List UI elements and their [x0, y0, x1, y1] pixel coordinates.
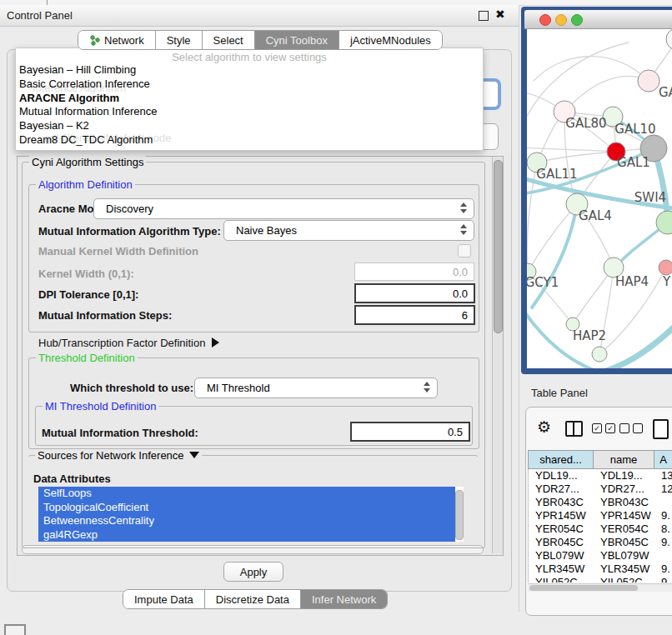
- table-panel-title: Table Panel: [531, 387, 588, 399]
- algorithm-option-mutual-information-inference[interactable]: Mutual Information Inference: [16, 105, 483, 119]
- tab-style[interactable]: Style: [156, 31, 203, 49]
- algorithm-option-bayesian-hill-climbing[interactable]: Bayesian – Hill Climbing: [16, 63, 483, 78]
- table-row[interactable]: YBR043CYBR043C: [529, 496, 672, 509]
- bottom-tab-bar: Impute DataDiscretize DataInfer Network: [123, 589, 388, 609]
- attribute-item-gal4rgexp[interactable]: gal4RGexp: [38, 528, 455, 542]
- tab-label: Cyni Toolbox: [266, 34, 328, 47]
- settings-scrollbar-thumb[interactable]: [494, 160, 503, 333]
- close-icon[interactable]: ✖: [495, 8, 505, 21]
- node-label-gal4: GAL4: [579, 208, 612, 223]
- network-window-titlebar[interactable]: [524, 10, 672, 29]
- attribute-item-selfloops[interactable]: SelfLoops: [38, 487, 455, 501]
- table-cell: YBL079W: [594, 549, 654, 562]
- table-hscroll-thumb[interactable]: [529, 585, 638, 591]
- column-header-name[interactable]: name: [593, 450, 654, 469]
- table-row[interactable]: YBL079WYBL079W: [529, 549, 672, 562]
- document-icon[interactable]: [653, 419, 669, 439]
- table-horizontal-scrollbar[interactable]: [528, 583, 672, 592]
- manual-kernel-width-checkbox[interactable]: [458, 244, 471, 258]
- table-cell: YPR145W: [529, 509, 594, 522]
- table-row[interactable]: YDL19...YDL19...13: [529, 469, 672, 482]
- attribute-item-topologicalcoefficient[interactable]: TopologicalCoefficient: [38, 501, 455, 515]
- network-edge[interactable]: [573, 268, 614, 324]
- network-edge[interactable]: [527, 148, 616, 152]
- data-attributes-list[interactable]: SelfLoopsTopologicalCoefficientBetweenne…: [38, 487, 464, 542]
- tab-discretize-data[interactable]: Discretize Data: [205, 590, 301, 608]
- network-node[interactable]: [659, 260, 672, 275]
- tab-select[interactable]: Select: [203, 31, 255, 49]
- table-row[interactable]: YDR27...YDR27...12: [529, 482, 672, 496]
- sources-legend[interactable]: Sources for Network Inference: [35, 449, 202, 462]
- which-threshold-select[interactable]: MI Threshold: [194, 378, 438, 398]
- table-cell: [654, 496, 672, 509]
- network-node[interactable]: [666, 29, 672, 50]
- algorithm-option-basic-correlation-inference[interactable]: Basic Correlation Inference: [16, 78, 483, 92]
- mi-steps-field[interactable]: 6: [354, 305, 475, 325]
- close-traffic-light[interactable]: [539, 14, 551, 26]
- table-row[interactable]: YPR145WYPR145W9.: [529, 509, 672, 522]
- minimize-traffic-light[interactable]: [555, 14, 567, 26]
- zoom-traffic-light[interactable]: [571, 14, 583, 26]
- algorithm-definition-legend: Algorithm Definition: [36, 178, 135, 191]
- stepper-arrows-icon: [460, 224, 468, 237]
- select-all-checked-icon[interactable]: ✓✓: [592, 423, 615, 433]
- split-columns-icon[interactable]: [565, 421, 583, 437]
- table-rows[interactable]: YDL19...YDL19...13YDR27...YDR27...12YBR0…: [528, 469, 672, 582]
- network-edge[interactable]: [600, 321, 672, 368]
- kernel-width-field[interactable]: 0.0: [354, 262, 474, 281]
- tab-jactivemnodules[interactable]: jActiveMNodules: [339, 31, 442, 49]
- network-edge[interactable]: [564, 76, 649, 112]
- table-row[interactable]: YIL052CYIL052C9: [529, 576, 672, 582]
- network-edge[interactable]: [537, 152, 616, 162]
- tab-network[interactable]: Network: [78, 31, 156, 49]
- network-node[interactable]: [592, 347, 607, 362]
- table-row[interactable]: YLR345WYLR345W9.: [529, 562, 672, 576]
- mi-algorithm-type-select[interactable]: Naive Bayes: [223, 220, 474, 241]
- algorithm-option-dream8-dc-tdc-algorithm[interactable]: Dream8 DC_TDC Algorithm: [16, 133, 483, 148]
- gear-icon[interactable]: ⚙: [537, 418, 551, 437]
- network-edge[interactable]: [534, 57, 649, 81]
- column-header-a[interactable]: A: [654, 450, 672, 469]
- apply-button[interactable]: Apply: [223, 562, 283, 582]
- control-panel-title: Control Panel: [7, 9, 73, 22]
- aracne-mode-select[interactable]: Discovery: [93, 198, 474, 219]
- algorithm-option-aracne-algorithm[interactable]: ARACNE Algorithm: [16, 92, 483, 106]
- network-edge[interactable]: [532, 204, 577, 308]
- table-cell: YLR345W: [529, 562, 594, 576]
- table-toolbar: ⚙ ✓✓: [525, 412, 672, 448]
- node-label-gal11: GAL11: [536, 167, 577, 182]
- table-header-row[interactable]: shared...nameA: [528, 450, 672, 469]
- table-row[interactable]: YER054CYER054C8.: [529, 522, 672, 536]
- network-node[interactable]: [638, 70, 659, 92]
- dpi-tolerance-field[interactable]: 0.0: [354, 283, 475, 303]
- data-attributes-label: Data Attributes: [33, 472, 111, 485]
- algorithm-dropdown-popup: Select algorithm to view settings Infere…: [15, 48, 484, 151]
- algorithm-options-list: Bayesian – Hill ClimbingBasic Correlatio…: [16, 63, 483, 148]
- threshold-definition-legend: Threshold Definition: [36, 352, 138, 364]
- tab-cyni-toolbox[interactable]: Cyni Toolbox: [255, 31, 339, 49]
- table-cell: YDR27...: [594, 482, 654, 496]
- select-none-icon[interactable]: [619, 423, 643, 433]
- table-cell: 9: [654, 576, 672, 582]
- desktop: Control Panel ✖ NetworkStyleSelectCyni T…: [0, 0, 672, 635]
- float-window-icon[interactable]: [479, 11, 489, 21]
- tab-infer-network[interactable]: Infer Network: [301, 590, 387, 608]
- table-cell: YDL19...: [529, 469, 594, 482]
- tab-label: Network: [104, 34, 144, 47]
- table-cell: [654, 549, 672, 562]
- mi-threshold-field[interactable]: 0.5: [350, 422, 470, 442]
- attribute-item-betweennesscentrality[interactable]: BetweennessCentrality: [38, 514, 455, 528]
- network-graph: GALGAL80GAL10GAL1GAL11SWI4GAL4GCY1HAP4YH…: [527, 29, 672, 368]
- attributes-scrollbar-thumb[interactable]: [455, 490, 464, 540]
- tab-impute-data[interactable]: Impute Data: [123, 590, 205, 608]
- hub-definition-toggle[interactable]: Hub/Transcription Factor Definition: [38, 337, 219, 349]
- algorithm-option-bayesian-k2[interactable]: Bayesian – K2: [16, 119, 483, 133]
- column-header-shared-[interactable]: shared...: [528, 450, 593, 469]
- control-panel-tab-bar: NetworkStyleSelectCyni ToolboxjActiveMNo…: [78, 30, 443, 50]
- collapsed-panel-icon[interactable]: [4, 624, 26, 635]
- node-label-hap2: HAP2: [573, 328, 606, 343]
- table-cell: 13: [654, 469, 672, 482]
- table-cell: YDL19...: [594, 469, 654, 482]
- table-row[interactable]: YBR045CYBR045C9.: [529, 536, 672, 549]
- network-canvas[interactable]: GALGAL80GAL10GAL1GAL11SWI4GAL4GCY1HAP4YH…: [527, 29, 672, 368]
